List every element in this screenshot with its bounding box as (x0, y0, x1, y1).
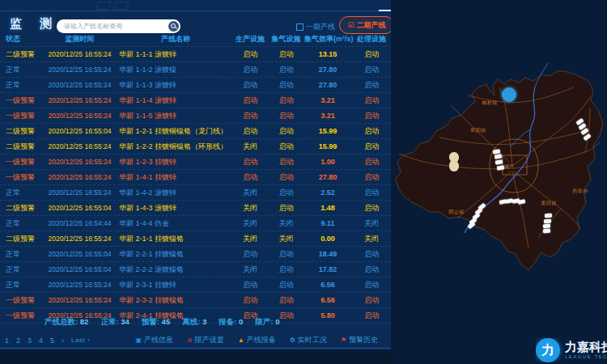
table-row[interactable]: 一级预警2020/12/25 16:55:24华新 1-2-3 挂镀锌启动启动1… (0, 154, 391, 170)
status-cell: 正常 (3, 277, 40, 292)
treatment-cell: 启动 (351, 170, 392, 184)
table-row[interactable]: 正常2020/12/25 16:55:24华新 1-1-3 滚镀锌启动启动27.… (0, 78, 391, 93)
table-row[interactable]: 二级预警2020/12/25 16:55:24华新 1-1-1 滚镀锌启动启动1… (0, 47, 391, 62)
line-name-cell: 华新 1-4-4 仿金 (119, 216, 232, 231)
toolbar-label: 限产设置 (195, 335, 224, 345)
line-name-cell: 华新 1-4-1 挂镀锌 (119, 170, 232, 184)
page-button[interactable]: 1 (5, 336, 9, 345)
table-row[interactable]: 一级预警2020/12/25 16:55:24华新 1-1-4 滚镀锌启动启动3… (0, 93, 391, 108)
gas-collection-cell: 启动 (268, 108, 304, 123)
line-name-cell: 华新 1-1-5 滚镀锌 (119, 108, 232, 123)
treatment-cell: 启动 (351, 47, 392, 61)
line-marker[interactable] (543, 224, 550, 229)
table-row[interactable]: 正常2020/12/25 16:55:04华新 2-2-1 挂镀镍铬启动启动18… (0, 247, 391, 262)
treatment-cell: 启动 (351, 139, 392, 154)
production-facility-cell: 关闭 (232, 231, 268, 246)
map-town-label: 黄田镇 (541, 200, 557, 207)
search-input[interactable] (57, 23, 168, 30)
line-marker[interactable] (544, 219, 551, 224)
production-facility-cell: 启动 (232, 277, 268, 292)
toolbar-alarm-flag[interactable]: ⚑预警历史 (341, 335, 378, 345)
toolbar-ban[interactable]: ⊘限产设置 (187, 335, 224, 345)
page-button[interactable]: 3 (28, 336, 32, 345)
map-town-label: 西部乡 (572, 188, 588, 195)
table-row[interactable]: 正常2020/12/25 16:55:24华新 2-3-1 挂镀锌启动启动6.5… (0, 277, 391, 293)
page-button[interactable]: 4 (39, 336, 43, 345)
table-row[interactable]: 二级预警2020/12/25 16:55:24华新 1-2-2 挂镀铜镍铬（环形… (0, 139, 391, 154)
treatment-cell: 启动 (351, 185, 392, 200)
time-cell: 2020/12/25 16:55:04 (40, 124, 119, 138)
time-cell: 2020/12/25 16:55:24 (40, 293, 119, 307)
efficiency-cell: 27.80 (304, 170, 351, 184)
gas-collection-cell: 启动 (268, 185, 304, 200)
search-icon[interactable] (168, 21, 179, 32)
time-cell: 2020/12/25 16:55:04 (40, 247, 119, 261)
status-cell: 正常 (3, 216, 40, 231)
map-town-label: 梅村镇 (482, 99, 498, 107)
map-town-label: 城区 (504, 163, 515, 171)
production-facility-cell: 关闭 (232, 139, 268, 154)
line-name-cell: 华新 2-2-2 滚镀镍铬 (119, 262, 232, 277)
phase1-checkbox[interactable]: 一期产线 (296, 22, 335, 32)
line-name-cell: 华新 1-4-3 滚镀锌 (119, 201, 232, 215)
map-highlight-circle[interactable] (502, 87, 516, 102)
last-page-button[interactable]: Last › (71, 336, 90, 344)
treatment-cell: 启动 (351, 201, 392, 215)
gas-collection-cell: 启动 (268, 93, 304, 108)
table-row[interactable]: 一级预警2020/12/25 16:55:24华新 1-4-1 挂镀锌启动启动2… (0, 170, 391, 185)
line-marker[interactable] (545, 214, 552, 218)
treatment-cell: 启动 (351, 293, 392, 307)
column-header: 集气效率(m³/s) (304, 34, 351, 44)
column-header: 状态 (3, 34, 40, 44)
table-row[interactable]: 二级预警2020/12/25 16:55:04华新 1-4-3 滚镀锌关闭启动1… (0, 201, 391, 216)
treatment-cell: 启动 (351, 62, 392, 77)
table-row[interactable]: 二级预警2020/12/25 16:55:24华新 2-1-1 挂镀镍铬关闭关闭… (0, 231, 391, 247)
production-facility-cell: 启动 (232, 124, 268, 138)
warning-triangle-icon: ▲ (238, 337, 244, 344)
table-row[interactable]: 正常2020/12/25 16:55:04华新 2-2-2 滚镀镍铬关闭启动17… (0, 262, 391, 277)
line-name-cell: 华新 1-1-3 滚镀锌 (119, 78, 232, 92)
gas-collection-cell: 启动 (268, 78, 304, 92)
line-name-cell: 华新 1-2-2 挂镀铜镍铬（环形线） (119, 139, 232, 154)
map-panel[interactable]: 梅村镇双阳镇城区西部乡黄田镇冈山镇 (391, 0, 607, 364)
next-page-button[interactable]: › (62, 336, 64, 345)
efficiency-cell: 3.21 (304, 93, 351, 108)
toolbar-label: 产线信息 (144, 335, 173, 345)
table-header: 状态监测时间产线名称生产设施集气设施集气效率(m³/s)处理设施 (0, 34, 394, 44)
toolbar-info-square[interactable]: ▣产线信息 (135, 335, 173, 345)
page-title: 监 测 (10, 16, 59, 32)
time-cell: 2020/12/25 16:55:24 (40, 185, 119, 200)
treatment-cell: 启动 (351, 277, 392, 292)
table-row[interactable]: 一级预警2020/12/25 16:55:24华新 1-1-5 滚镀锌启动启动3… (0, 108, 391, 124)
production-facility-cell: 关闭 (232, 216, 268, 231)
time-cell: 2020/12/25 16:55:24 (40, 170, 119, 184)
phase2-button[interactable]: ☑ 二期产线 (339, 16, 394, 34)
time-cell: 2020/12/25 16:55:24 (40, 47, 119, 61)
status-cell: 正常 (3, 62, 40, 77)
gauge-icon: ⚙ (290, 337, 295, 344)
toolbar: ▣产线信息⊘限产设置▲产线报备⚙实时工况⚑预警历史 (135, 335, 391, 345)
table-row[interactable]: 正常2020/12/25 16:54:44华新 1-4-4 仿金关闭关闭9.11… (0, 216, 391, 231)
summary-item: 产线总数: 82 (45, 317, 88, 328)
toolbar-gauge[interactable]: ⚙实时工况 (290, 335, 327, 345)
gas-collection-cell: 启动 (268, 262, 304, 277)
table-row[interactable]: 一级预警2020/12/25 16:55:24华新 2-3-2 挂镀镍铬启动启动… (0, 293, 391, 308)
page-button[interactable]: 5 (50, 336, 54, 345)
summary-item: 报备: 0 (219, 317, 243, 328)
table-row[interactable]: 正常2020/12/25 16:55:24华新 1-1-2 滚镀镍启动启动27.… (0, 62, 391, 78)
status-cell: 二级预警 (3, 47, 40, 61)
line-name-cell: 华新 2-3-2 挂镀镍铬 (119, 293, 232, 307)
alarm-flag-icon: ⚑ (341, 337, 346, 344)
production-facility-cell: 启动 (232, 108, 268, 123)
treatment-cell: 关闭 (351, 216, 392, 231)
summary-bar: 产线总数: 82正常: 34预警: 45离线: 3报备: 0限产: 0 (0, 317, 391, 328)
column-header: 产线名称 (119, 34, 232, 44)
page-button[interactable]: 2 (16, 336, 20, 345)
titlebar-deco-tabs (97, 2, 128, 10)
ban-icon: ⊘ (187, 337, 193, 344)
toolbar-warning-triangle[interactable]: ▲产线报备 (238, 335, 276, 345)
table-row[interactable]: 二级预警2020/12/25 16:55:04华新 1-2-1 挂镀铜镍铬（龙门… (0, 124, 391, 139)
table-row[interactable]: 正常2020/12/25 16:55:24华新 1-4-2 滚镀锌关闭启动2.5… (0, 185, 391, 201)
time-cell: 2020/12/25 16:55:24 (40, 231, 119, 246)
line-marker[interactable] (543, 229, 550, 234)
